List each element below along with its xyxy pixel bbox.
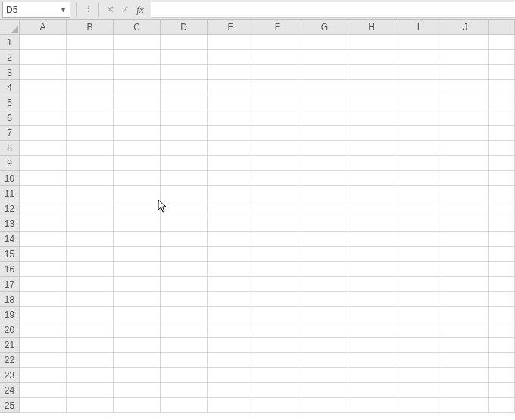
cell[interactable]: [301, 353, 348, 368]
cell[interactable]: [489, 80, 515, 95]
row-header[interactable]: 18: [0, 292, 20, 307]
cell[interactable]: [208, 383, 254, 398]
cell[interactable]: [20, 398, 67, 413]
cell[interactable]: [67, 141, 114, 156]
cell[interactable]: [67, 126, 114, 141]
cell[interactable]: [161, 368, 208, 383]
cell[interactable]: [348, 110, 395, 126]
cell[interactable]: [489, 277, 515, 292]
cell[interactable]: [489, 95, 515, 110]
cell[interactable]: [114, 156, 161, 171]
column-header[interactable]: G: [301, 20, 348, 35]
cell[interactable]: [348, 95, 395, 110]
cell[interactable]: [208, 216, 254, 232]
cell[interactable]: [442, 201, 489, 216]
cell[interactable]: [395, 277, 442, 292]
cell[interactable]: [395, 353, 442, 368]
cell[interactable]: [489, 368, 515, 383]
cell[interactable]: [67, 383, 114, 398]
cell[interactable]: [161, 353, 208, 368]
cell[interactable]: [489, 383, 515, 398]
cell[interactable]: [161, 110, 208, 126]
cell[interactable]: [254, 216, 301, 232]
row-header[interactable]: 20: [0, 322, 20, 338]
cell[interactable]: [301, 383, 348, 398]
cell[interactable]: [114, 95, 161, 110]
row-header[interactable]: 24: [0, 383, 20, 398]
row-header[interactable]: 25: [0, 398, 20, 413]
cell[interactable]: [67, 262, 114, 277]
cell[interactable]: [208, 398, 254, 413]
cell[interactable]: [254, 171, 301, 186]
cell[interactable]: [395, 141, 442, 156]
row-header[interactable]: 10: [0, 171, 20, 186]
cell[interactable]: [442, 247, 489, 262]
cell[interactable]: [489, 65, 515, 80]
cell[interactable]: [348, 35, 395, 50]
cell[interactable]: [442, 156, 489, 171]
cell[interactable]: [208, 156, 254, 171]
cell[interactable]: [442, 126, 489, 141]
cell[interactable]: [208, 292, 254, 307]
cell[interactable]: [489, 171, 515, 186]
row-header[interactable]: 12: [0, 201, 20, 216]
cell[interactable]: [348, 50, 395, 65]
cell[interactable]: [395, 307, 442, 322]
cell[interactable]: [161, 338, 208, 353]
cell[interactable]: [114, 353, 161, 368]
cell[interactable]: [489, 110, 515, 126]
cell[interactable]: [348, 292, 395, 307]
cell[interactable]: [114, 201, 161, 216]
cell[interactable]: [208, 35, 254, 50]
cell[interactable]: [348, 322, 395, 338]
cell[interactable]: [489, 232, 515, 247]
row-header[interactable]: 6: [0, 110, 20, 126]
cell[interactable]: [395, 247, 442, 262]
cell[interactable]: [254, 141, 301, 156]
cell[interactable]: [161, 247, 208, 262]
cell[interactable]: [20, 126, 67, 141]
cell[interactable]: [208, 201, 254, 216]
cell[interactable]: [208, 171, 254, 186]
cell[interactable]: [489, 50, 515, 65]
cell[interactable]: [114, 292, 161, 307]
cell[interactable]: [301, 95, 348, 110]
cell[interactable]: [114, 126, 161, 141]
cell[interactable]: [301, 398, 348, 413]
cell[interactable]: [114, 35, 161, 50]
cell[interactable]: [161, 292, 208, 307]
cell[interactable]: [161, 398, 208, 413]
cell[interactable]: [489, 262, 515, 277]
cell[interactable]: [67, 338, 114, 353]
cell[interactable]: [348, 277, 395, 292]
cell[interactable]: [254, 307, 301, 322]
more-icon[interactable]: ⋮: [80, 2, 95, 18]
cell[interactable]: [489, 398, 515, 413]
cell[interactable]: [301, 307, 348, 322]
cell[interactable]: [442, 353, 489, 368]
cell[interactable]: [114, 110, 161, 126]
cell[interactable]: [489, 126, 515, 141]
column-header[interactable]: B: [67, 20, 114, 35]
cell[interactable]: [114, 368, 161, 383]
cell[interactable]: [301, 141, 348, 156]
cell[interactable]: [20, 307, 67, 322]
cell[interactable]: [67, 50, 114, 65]
cell[interactable]: [67, 216, 114, 232]
cell[interactable]: [348, 186, 395, 201]
cell[interactable]: [395, 126, 442, 141]
cell[interactable]: [161, 307, 208, 322]
cell[interactable]: [20, 35, 67, 50]
cell[interactable]: [20, 368, 67, 383]
column-header[interactable]: J: [442, 20, 489, 35]
cell[interactable]: [161, 171, 208, 186]
row-header[interactable]: 5: [0, 95, 20, 110]
cell[interactable]: [395, 80, 442, 95]
cell[interactable]: [67, 95, 114, 110]
cell[interactable]: [489, 307, 515, 322]
cell[interactable]: [114, 186, 161, 201]
cell[interactable]: [442, 338, 489, 353]
cell[interactable]: [442, 398, 489, 413]
cell[interactable]: [301, 186, 348, 201]
row-header[interactable]: 21: [0, 338, 20, 353]
